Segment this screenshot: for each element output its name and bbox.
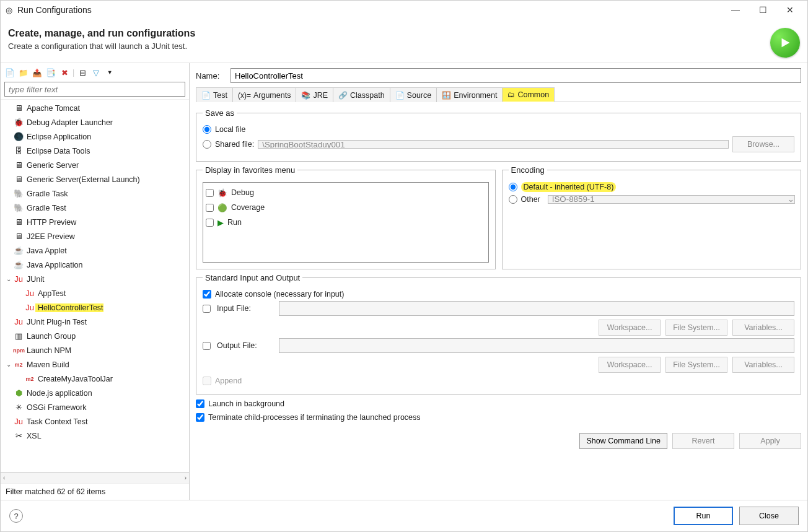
tree-item[interactable]: 🐘Gradle Task (1, 186, 189, 201)
favorite-check[interactable] (206, 204, 214, 212)
allocate-console-check[interactable] (203, 290, 211, 299)
tab-arguments[interactable]: (x)=Arguments (232, 87, 296, 102)
duplicate-icon[interactable]: 📑 (45, 67, 56, 78)
tab-environment[interactable]: 🪟Environment (436, 87, 503, 102)
favorite-item[interactable]: ▶Run (206, 215, 486, 230)
tree-item[interactable]: 🗄Eclipse Data Tools (1, 144, 189, 158)
tree-item[interactable]: JuTask Context Test (1, 414, 189, 429)
tree-item[interactable]: 🖥Generic Server(External Launch) (1, 172, 189, 186)
output-variables-button[interactable]: Variables... (732, 357, 794, 373)
input-variables-button[interactable]: Variables... (732, 320, 794, 336)
tree-item-label: Generic Server(External Launch) (24, 175, 140, 184)
tree-item-label: JUnit Plug-in Test (24, 318, 87, 326)
launch-bg-check[interactable] (196, 399, 204, 408)
favorites-list[interactable]: 🐞Debug🟢Coverage▶Run (203, 182, 489, 263)
tree-item[interactable]: 🖥Apache Tomcat (1, 101, 189, 115)
tree-item[interactable]: JuAppTest (1, 286, 189, 300)
tree-item-label: HTTP Preview (24, 218, 76, 227)
saveas-legend: Save as (203, 108, 237, 118)
tree-item[interactable]: JuJUnit Plug-in Test (1, 315, 189, 329)
tree-item[interactable]: ☕Java Applet (1, 243, 189, 258)
tree-item[interactable]: 🖥HTTP Preview (1, 215, 189, 229)
close-button[interactable]: ✕ (778, 1, 802, 19)
tab-source[interactable]: 📄Source (390, 87, 437, 102)
shared-file-radio[interactable] (203, 140, 211, 149)
tree-scrollbar[interactable]: ‹› (1, 472, 189, 483)
export-icon[interactable]: 📤 (32, 67, 43, 78)
tree-item[interactable]: ☕Java Application (1, 258, 189, 272)
tab-icon: 🗂 (507, 90, 515, 99)
show-command-line-button[interactable]: Show Command Line (579, 433, 667, 449)
apply-button[interactable]: Apply (739, 433, 801, 449)
tab-test[interactable]: 📄Test (196, 87, 233, 102)
tree-item-label: CreateMyJavaToolJar (35, 375, 113, 383)
input-workspace-button[interactable]: Workspace... (599, 320, 661, 336)
input-file-check[interactable] (203, 305, 211, 313)
filter-status: Filter matched 62 of 62 items (1, 483, 189, 500)
terminate-children-check[interactable] (196, 413, 204, 422)
close-dialog-button[interactable]: Close (739, 507, 799, 525)
tab-classpath[interactable]: 🔗Classpath (333, 87, 390, 102)
tree-item[interactable]: ⌄m2Maven Build (1, 357, 189, 372)
filter-icon[interactable]: ▽ (90, 67, 102, 78)
tree-item[interactable]: 🐘Gradle Test (1, 201, 189, 215)
new-config-icon[interactable]: 📄 (4, 67, 15, 78)
dropdown-icon[interactable]: ▼ (104, 67, 115, 78)
terminate-children-label: Terminate child-processes if terminating… (208, 413, 421, 422)
tree-item[interactable]: m2CreateMyJavaToolJar (1, 372, 189, 386)
delete-icon[interactable]: ✖ (59, 67, 70, 78)
tree-item-icon: Ju (24, 303, 35, 312)
favorite-item[interactable]: 🐞Debug (206, 185, 486, 200)
local-file-radio[interactable] (203, 125, 211, 134)
favorite-label: Debug (231, 188, 254, 197)
input-filesystem-button[interactable]: File System... (665, 320, 727, 336)
revert-button[interactable]: Revert (672, 433, 734, 449)
tab-icon: (x)= (238, 91, 251, 100)
tree-item[interactable]: ▥Launch Group (1, 329, 189, 343)
output-filesystem-button[interactable]: File System... (665, 357, 727, 373)
run-button[interactable]: Run (674, 507, 733, 525)
tree-item[interactable]: 🖥Generic Server (1, 158, 189, 172)
tree-item[interactable]: 🖥J2EE Preview (1, 229, 189, 243)
tab-label: Classpath (350, 91, 385, 100)
output-file-check[interactable] (203, 342, 211, 350)
tree-item-icon: Ju (13, 274, 24, 284)
tree-item[interactable]: ✂XSL (1, 429, 189, 443)
maximize-button[interactable]: ☐ (750, 1, 775, 19)
tree-item[interactable]: ⌄JuJUnit (1, 272, 189, 286)
help-icon[interactable]: ? (9, 509, 23, 523)
tree-item[interactable]: npmLaunch NPM (1, 343, 189, 357)
new-folder-icon[interactable]: 📁 (18, 67, 29, 78)
browse-button[interactable]: Browse... (732, 136, 794, 152)
tree-item-label: JUnit (24, 275, 44, 284)
filter-input[interactable] (4, 82, 185, 97)
tree-item-icon: 🖥 (13, 103, 24, 113)
tree-item-icon: 🖥 (13, 160, 24, 170)
encoding-dropdown-icon[interactable]: ⌄ (788, 194, 794, 204)
favorite-icon: 🟢 (217, 203, 227, 212)
tree-item-icon: 🗄 (13, 146, 24, 155)
tree-item-icon: 🐞 (13, 118, 24, 127)
favorite-check[interactable] (206, 189, 214, 197)
name-input[interactable] (231, 68, 801, 83)
output-workspace-button[interactable]: Workspace... (599, 357, 661, 373)
tree-item[interactable]: 🐞Debug Adapter Launcher (1, 115, 189, 129)
tree-item-label: J2EE Preview (24, 232, 75, 241)
tab-jre[interactable]: 📚JRE (296, 87, 333, 102)
favorite-check[interactable] (206, 219, 214, 227)
tree-item[interactable]: 🌑Eclipse Application (1, 129, 189, 144)
minimize-button[interactable]: — (723, 1, 748, 19)
dialog-header: Create, manage, and run configurations C… (1, 19, 807, 63)
collapse-icon[interactable]: ⊟ (77, 67, 88, 78)
config-tree[interactable]: 🖥Apache Tomcat🐞Debug Adapter Launcher🌑Ec… (1, 99, 189, 472)
tree-item-label: Task Context Test (24, 417, 87, 426)
encoding-default-radio[interactable] (509, 183, 517, 191)
tab-common[interactable]: 🗂Common (502, 87, 555, 102)
tree-item[interactable]: JuHelloControllerTest (1, 300, 189, 315)
dialog-footer: ? Run Close (1, 500, 807, 531)
favorite-item[interactable]: 🟢Coverage (206, 200, 486, 215)
tree-item-icon: 🌑 (13, 132, 24, 141)
encoding-other-radio[interactable] (509, 195, 517, 204)
tree-item[interactable]: ⬢Node.js application (1, 386, 189, 400)
tree-item[interactable]: ✳OSGi Framework (1, 400, 189, 414)
